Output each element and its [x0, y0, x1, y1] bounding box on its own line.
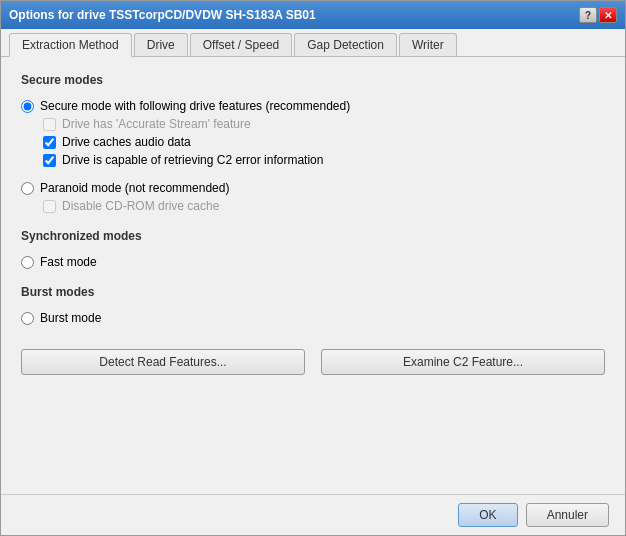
accurate-stream-label: Drive has 'Accurate Stream' feature [62, 117, 251, 131]
detect-read-features-button[interactable]: Detect Read Features... [21, 349, 305, 375]
c2-error-label: Drive is capable of retrieving C2 error … [62, 153, 323, 167]
fast-mode-radio[interactable] [21, 256, 34, 269]
paranoid-mode-sub-options: Disable CD-ROM drive cache [43, 199, 605, 213]
tab-writer[interactable]: Writer [399, 33, 457, 56]
examine-c2-feature-button[interactable]: Examine C2 Feature... [321, 349, 605, 375]
tab-offset-speed[interactable]: Offset / Speed [190, 33, 293, 56]
tab-extraction-method[interactable]: Extraction Method [9, 33, 132, 57]
title-bar: Options for drive TSSTcorpCD/DVDW SH-S18… [1, 1, 625, 29]
secure-modes-section: Secure modes Secure mode with following … [21, 73, 605, 213]
secure-mode-radio[interactable] [21, 100, 34, 113]
cancel-button[interactable]: Annuler [526, 503, 609, 527]
cache-audio-checkbox[interactable] [43, 136, 56, 149]
secure-mode-label: Secure mode with following drive feature… [40, 99, 350, 113]
close-button[interactable]: ✕ [599, 7, 617, 23]
accurate-stream-option[interactable]: Drive has 'Accurate Stream' feature [43, 117, 605, 131]
burst-mode-label: Burst mode [40, 311, 101, 325]
disable-cache-label: Disable CD-ROM drive cache [62, 199, 219, 213]
cache-audio-option[interactable]: Drive caches audio data [43, 135, 605, 149]
c2-error-option[interactable]: Drive is capable of retrieving C2 error … [43, 153, 605, 167]
main-window: Options for drive TSSTcorpCD/DVDW SH-S18… [0, 0, 626, 536]
disable-cache-option[interactable]: Disable CD-ROM drive cache [43, 199, 605, 213]
paranoid-mode-option[interactable]: Paranoid mode (not recommended) [21, 181, 605, 195]
paranoid-mode-label: Paranoid mode (not recommended) [40, 181, 229, 195]
tab-bar: Extraction Method Drive Offset / Speed G… [1, 29, 625, 57]
burst-mode-radio[interactable] [21, 312, 34, 325]
c2-error-checkbox[interactable] [43, 154, 56, 167]
tab-drive[interactable]: Drive [134, 33, 188, 56]
action-buttons-row: Detect Read Features... Examine C2 Featu… [21, 349, 605, 375]
fast-mode-label: Fast mode [40, 255, 97, 269]
cache-audio-label: Drive caches audio data [62, 135, 191, 149]
burst-modes-section: Burst modes Burst mode [21, 285, 605, 325]
secure-modes-label: Secure modes [21, 73, 605, 87]
tab-gap-detection[interactable]: Gap Detection [294, 33, 397, 56]
synchronized-modes-section: Synchronized modes Fast mode [21, 229, 605, 269]
disable-cache-checkbox[interactable] [43, 200, 56, 213]
burst-mode-option[interactable]: Burst mode [21, 311, 605, 325]
fast-mode-option[interactable]: Fast mode [21, 255, 605, 269]
paranoid-mode-radio[interactable] [21, 182, 34, 195]
title-controls: ? ✕ [579, 7, 617, 23]
synchronized-modes-label: Synchronized modes [21, 229, 605, 243]
secure-mode-option[interactable]: Secure mode with following drive feature… [21, 99, 605, 113]
burst-modes-label: Burst modes [21, 285, 605, 299]
secure-mode-sub-options: Drive has 'Accurate Stream' feature Driv… [43, 117, 605, 167]
content-area: Secure modes Secure mode with following … [1, 57, 625, 494]
help-button[interactable]: ? [579, 7, 597, 23]
ok-button[interactable]: OK [458, 503, 517, 527]
window-title: Options for drive TSSTcorpCD/DVDW SH-S18… [9, 8, 316, 22]
footer: OK Annuler [1, 494, 625, 535]
accurate-stream-checkbox[interactable] [43, 118, 56, 131]
